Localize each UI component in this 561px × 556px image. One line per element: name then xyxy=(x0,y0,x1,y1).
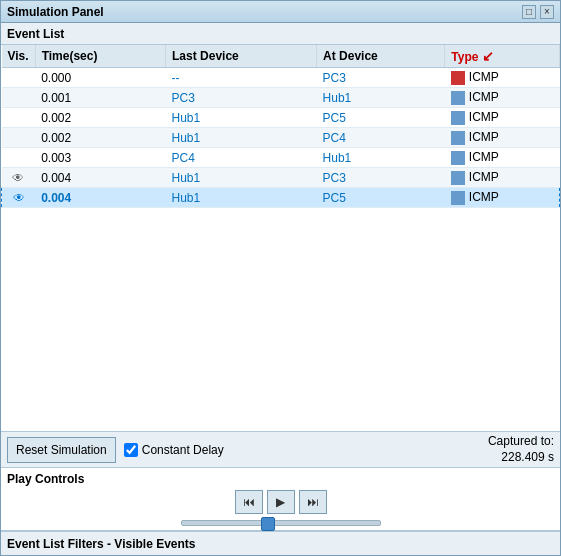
captured-value: 228.409 s xyxy=(488,450,554,466)
slider-container[interactable] xyxy=(7,520,554,526)
at-device-cell: PC4 xyxy=(317,128,445,148)
table-row[interactable]: 0.002Hub1PC4ICMP xyxy=(2,128,560,148)
type-cell: ICMP xyxy=(445,148,560,168)
time-cell: 0.002 xyxy=(35,108,165,128)
col-last-device: Last Device xyxy=(166,45,317,68)
type-indicator xyxy=(451,191,465,205)
bottom-bar: Reset Simulation Constant Delay Captured… xyxy=(1,432,560,468)
constant-delay-checkbox[interactable] xyxy=(124,443,138,457)
at-device-cell: Hub1 xyxy=(317,88,445,108)
event-table: Vis. Time(sec) Last Device At Device Typ… xyxy=(1,45,560,208)
type-indicator xyxy=(451,71,465,85)
col-time: Time(sec) xyxy=(35,45,165,68)
event-filters-label: Event List Filters - Visible Events xyxy=(7,537,196,551)
type-cell: ICMP xyxy=(445,108,560,128)
type-indicator xyxy=(451,111,465,125)
last-device-cell: PC3 xyxy=(166,88,317,108)
last-device-cell: Hub1 xyxy=(166,108,317,128)
vis-cell: 👁 xyxy=(2,168,36,188)
vis-cell: 👁 xyxy=(2,188,36,208)
captured-info: Captured to: 228.409 s xyxy=(488,434,554,465)
table-row[interactable]: 👁0.004Hub1PC3ICMP xyxy=(2,168,560,188)
captured-label: Captured to: xyxy=(488,434,554,450)
vis-cell xyxy=(2,108,36,128)
event-list-header: Event List xyxy=(1,23,560,45)
constant-delay-text: Constant Delay xyxy=(142,443,224,457)
type-indicator xyxy=(451,171,465,185)
at-device-cell: PC5 xyxy=(317,188,445,208)
event-list-label: Event List xyxy=(7,27,64,41)
vis-cell xyxy=(2,68,36,88)
vis-cell xyxy=(2,128,36,148)
eye-icon: 👁 xyxy=(13,191,25,205)
time-cell: 0.002 xyxy=(35,128,165,148)
last-device-cell: -- xyxy=(166,68,317,88)
type-cell: ICMP xyxy=(445,88,560,108)
at-device-cell: PC5 xyxy=(317,108,445,128)
panel-title: Simulation Panel xyxy=(7,5,104,19)
back-to-start-button[interactable]: ⏮ xyxy=(235,490,263,514)
last-device-cell: Hub1 xyxy=(166,188,317,208)
title-bar-controls: □ × xyxy=(522,5,554,19)
col-vis: Vis. xyxy=(2,45,36,68)
event-filters-header: Event List Filters - Visible Events xyxy=(1,531,560,555)
col-at-device: At Device xyxy=(317,45,445,68)
col-type: Type ↙ xyxy=(445,45,560,68)
time-cell: 0.003 xyxy=(35,148,165,168)
type-cell: ICMP xyxy=(445,128,560,148)
type-cell: ICMP xyxy=(445,168,560,188)
last-device-cell: Hub1 xyxy=(166,168,317,188)
vis-cell xyxy=(2,148,36,168)
close-button[interactable]: × xyxy=(540,5,554,19)
minimize-button[interactable]: □ xyxy=(522,5,536,19)
table-header-row: Vis. Time(sec) Last Device At Device Typ… xyxy=(2,45,560,68)
at-device-cell: Hub1 xyxy=(317,148,445,168)
last-device-cell: PC4 xyxy=(166,148,317,168)
time-cell: 0.004 xyxy=(35,188,165,208)
play-controls-section: Play Controls ⏮ ▶ ⏭ xyxy=(1,468,560,531)
playback-slider-track xyxy=(181,520,381,526)
type-cell: ICMP xyxy=(445,188,560,208)
play-buttons: ⏮ ▶ ⏭ xyxy=(7,490,554,514)
title-bar: Simulation Panel □ × xyxy=(1,1,560,23)
constant-delay-label[interactable]: Constant Delay xyxy=(124,443,224,457)
time-cell: 0.001 xyxy=(35,88,165,108)
type-indicator xyxy=(451,91,465,105)
eye-icon: 👁 xyxy=(12,171,24,185)
forward-button[interactable]: ⏭ xyxy=(299,490,327,514)
at-device-cell: PC3 xyxy=(317,68,445,88)
last-device-cell: Hub1 xyxy=(166,128,317,148)
table-row[interactable]: 0.000--PC3ICMP xyxy=(2,68,560,88)
type-indicator xyxy=(451,131,465,145)
type-indicator xyxy=(451,151,465,165)
at-device-cell: PC3 xyxy=(317,168,445,188)
time-cell: 0.000 xyxy=(35,68,165,88)
play-button[interactable]: ▶ xyxy=(267,490,295,514)
table-row[interactable]: 0.003PC4Hub1ICMP xyxy=(2,148,560,168)
simulation-panel: Simulation Panel □ × Event List Vis. Tim… xyxy=(0,0,561,556)
table-row[interactable]: 👁0.004Hub1PC5ICMP xyxy=(2,188,560,208)
table-row[interactable]: 0.002Hub1PC5ICMP xyxy=(2,108,560,128)
vis-cell xyxy=(2,88,36,108)
reset-simulation-button[interactable]: Reset Simulation xyxy=(7,437,116,463)
time-cell: 0.004 xyxy=(35,168,165,188)
playback-slider-thumb[interactable] xyxy=(261,517,275,531)
table-row[interactable]: 0.001PC3Hub1ICMP xyxy=(2,88,560,108)
event-table-container[interactable]: Vis. Time(sec) Last Device At Device Typ… xyxy=(1,45,560,432)
play-controls-label: Play Controls xyxy=(7,472,554,486)
type-cell: ICMP xyxy=(445,68,560,88)
